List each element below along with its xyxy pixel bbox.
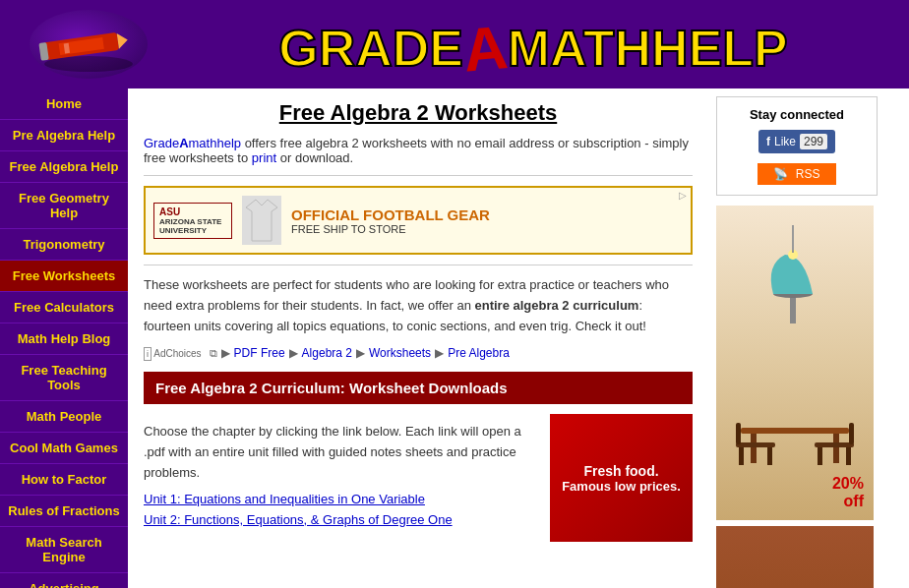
- sidebar-item-math-people[interactable]: Math People: [0, 401, 128, 433]
- logo-crayon-area: [10, 10, 167, 79]
- main-content: Free Algebra 2 Worksheets GradeAmathhelp…: [128, 88, 708, 588]
- intro-paragraph: GradeAmathhelp offers free algebra 2 wor…: [144, 136, 693, 165]
- content-intro: Choose the chapter by clicking the link …: [144, 422, 540, 483]
- svg-rect-11: [741, 428, 849, 434]
- breadcrumb: i AdChoices ⧉ ▶ PDF Free ▶ Algebra 2 ▶ W…: [144, 346, 693, 360]
- section-header: Free Algebra 2 Curriculum: Worksheet Dow…: [144, 372, 693, 404]
- right-ad-2[interactable]: 30% off: [716, 526, 874, 588]
- sidebar-item-free-teaching-tools[interactable]: Free Teaching Tools: [0, 355, 128, 401]
- svg-rect-20: [846, 447, 851, 465]
- stay-connected-title: Stay connected: [727, 107, 867, 122]
- crayon-svg: [34, 15, 143, 74]
- sidebar-item-rules-of-fractions[interactable]: Rules of Fractions: [0, 496, 128, 527]
- page-title: Free Algebra 2 Worksheets: [144, 100, 693, 126]
- stay-connected-box: Stay connected f Like 299 📡 RSS: [716, 96, 878, 196]
- body-paragraph: These worksheets are perfect for student…: [144, 275, 693, 336]
- fb-like-button[interactable]: f Like 299: [758, 130, 835, 153]
- inline-ad[interactable]: Fresh food. Famous low prices.: [550, 414, 693, 542]
- unit2-link[interactable]: Unit 2: Functions, Equations, & Graphs o…: [144, 512, 540, 527]
- adchoices-label: i AdChoices: [144, 348, 202, 359]
- logo-mathhelp: MATHHELP: [508, 20, 788, 77]
- breadcrumb-worksheets[interactable]: Worksheets: [369, 346, 431, 360]
- breadcrumb-algebra2[interactable]: Algebra 2: [302, 346, 352, 360]
- sidebar-item-how-to-factor[interactable]: How to Factor: [0, 464, 128, 496]
- fb-like-label: Like: [774, 135, 796, 148]
- print-link[interactable]: print: [252, 150, 276, 165]
- svg-rect-19: [818, 447, 822, 465]
- furniture-svg: [731, 403, 859, 472]
- sidebar-item-advertising[interactable]: Advertising: [0, 573, 128, 588]
- crayon-circle: [30, 10, 148, 79]
- svg-rect-17: [736, 423, 741, 444]
- sidebar-item-free-worksheets[interactable]: Free Worksheets: [0, 261, 128, 292]
- sidebar: HomePre Algebra HelpFree Algebra HelpFre…: [0, 88, 128, 588]
- rss-icon: 📡: [773, 167, 788, 181]
- divider-1: [144, 175, 693, 176]
- sidebar-item-free-geometry-help[interactable]: Free Geometry Help: [0, 183, 128, 229]
- svg-rect-7: [790, 294, 796, 323]
- svg-marker-6: [246, 200, 277, 241]
- fb-icon: f: [766, 135, 770, 148]
- ad-headline: OFFICIAL FOOTBALL GEAR: [291, 206, 490, 223]
- ad-sub: FREE SHIP TO STORE: [291, 223, 490, 235]
- lamp-svg: [756, 225, 834, 323]
- brand-link[interactable]: GradeAmathhelp: [144, 136, 241, 150]
- sidebar-item-home[interactable]: Home: [0, 88, 128, 120]
- unit1-link[interactable]: Unit 1: Equations and Inequalities in On…: [144, 492, 540, 506]
- fb-count: 299: [800, 134, 827, 149]
- header: GRADEAMATHHELP: [0, 0, 909, 88]
- breadcrumb-copy-icon: ⧉: [210, 347, 217, 360]
- logo-text: GRADEAMATHHELP: [167, 10, 899, 80]
- sale-badge-1: 20% off: [726, 475, 864, 510]
- sidebar-item-pre-algebra-help[interactable]: Pre Algebra Help: [0, 120, 128, 151]
- svg-rect-21: [849, 423, 854, 444]
- breadcrumb-prealgebra[interactable]: Pre Algebra: [448, 346, 510, 360]
- ad-text-block: OFFICIAL FOOTBALL GEAR FREE SHIP TO STOR…: [291, 206, 490, 235]
- sidebar-item-math-help-blog[interactable]: Math Help Blog: [0, 323, 128, 355]
- rss-label: RSS: [796, 167, 820, 181]
- asu-logo: ASU ARIZONA STATEUNIVERSITY: [153, 203, 232, 239]
- rss-button[interactable]: 📡 RSS: [758, 163, 835, 185]
- right-sidebar: Stay connected f Like 299 📡 RSS: [708, 88, 885, 588]
- adchoices-icon: i: [144, 347, 152, 361]
- ad-line1: Fresh food.: [583, 463, 658, 479]
- logo-grade: GRADE: [278, 20, 463, 77]
- svg-rect-18: [815, 442, 854, 447]
- divider-2: [144, 265, 693, 265]
- sidebar-item-cool-math-games[interactable]: Cool Math Games: [0, 433, 128, 464]
- ad-banner[interactable]: ▷ ASU ARIZONA STATEUNIVERSITY OFFICIAL F…: [144, 186, 693, 255]
- svg-rect-12: [751, 434, 757, 463]
- ad-desk-image: [731, 403, 859, 475]
- right-ad-1[interactable]: 20% off: [716, 206, 874, 520]
- svg-rect-15: [739, 447, 744, 465]
- logo-a: A: [460, 12, 511, 86]
- ad-line2: Famous low prices.: [562, 479, 681, 494]
- sidebar-item-free-algebra-help[interactable]: Free Algebra Help: [0, 151, 128, 183]
- content-with-ad: Choose the chapter by clicking the link …: [144, 414, 693, 542]
- breadcrumb-pdf[interactable]: PDF Free: [234, 346, 285, 360]
- svg-rect-13: [833, 434, 839, 463]
- layout: HomePre Algebra HelpFree Algebra HelpFre…: [0, 88, 909, 588]
- sidebar-item-free-calculators[interactable]: Free Calculators: [0, 292, 128, 323]
- svg-rect-16: [767, 447, 772, 465]
- sidebar-item-math-search-engine[interactable]: Math Search Engine: [0, 527, 128, 573]
- sidebar-item-trigonometry[interactable]: Trigonometry: [0, 229, 128, 261]
- content-left: Choose the chapter by clicking the link …: [144, 414, 540, 542]
- ad-shirt-image: [242, 196, 281, 245]
- ad-corner-arrow: ▷: [679, 190, 687, 201]
- svg-rect-14: [736, 442, 775, 447]
